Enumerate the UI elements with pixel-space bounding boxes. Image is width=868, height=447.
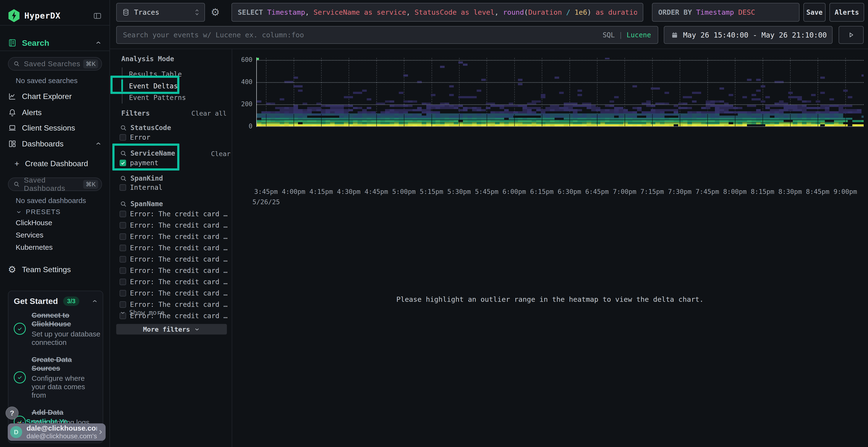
checkbox-unchecked[interactable] [120,134,126,141]
checkbox-unchecked[interactable] [120,211,126,217]
checkbox-unchecked[interactable] [120,290,126,297]
checkbox-unchecked[interactable] [120,267,126,274]
checkbox-unchecked[interactable] [120,256,126,263]
mode-event-patterns[interactable]: Event Patterns [129,94,186,102]
filter-group-name: StatusCode [130,124,171,132]
checkbox-unchecked[interactable] [120,301,126,308]
checkbox-unchecked[interactable] [120,245,126,251]
select-clause-input[interactable]: SELECT Timestamp, ServiceName as service… [231,3,643,22]
run-query-button[interactable] [839,26,864,44]
help-button[interactable]: ? [5,407,19,419]
get-started-item[interactable]: Connect to ClickHouse Set up your databa… [14,311,100,347]
filter-option-spanname[interactable]: Error: The credit card … [120,267,227,275]
saved-searches-placeholder: Saved Searches [24,60,80,68]
language-sql-button[interactable]: SQL [602,31,615,39]
order-by-input[interactable]: ORDER BY Timestamp DESC [652,3,800,22]
save-button[interactable]: Save [803,3,826,22]
show-more-button[interactable]: Show more [120,309,164,316]
source-settings-gear-icon[interactable]: ⚙ [211,7,220,18]
filter-option-spanname[interactable]: Error: The credit card … [120,255,227,263]
language-lucene-button[interactable]: Lucene [627,31,651,39]
get-started-item[interactable]: Create Data Sources Configure where your… [14,355,100,399]
chart-explorer-icon [8,92,17,101]
checkbox-unchecked[interactable] [120,233,126,240]
sql-token: , [406,8,414,16]
mode-event-deltas[interactable]: Event Deltas [129,82,178,90]
filter-group-spankind: SpanKind [120,174,163,182]
filter-option-label: Error: The credit card … [130,289,227,297]
sql-token: Duration [528,8,562,16]
preset-item[interactable]: Kubernetes [16,243,53,251]
presets-label: PRESETS [26,208,61,216]
whats-new-teaser-text: Spotlight Yo [26,418,68,423]
filter-option-spanname[interactable]: Error: The credit card … [120,244,227,252]
sql-token: ServiceName as service [313,8,406,16]
create-dashboard-button[interactable]: + Create Dashboard [14,159,88,168]
magnifier-icon[interactable] [120,200,127,208]
filter-group-servicename: ServiceName [120,149,175,157]
sidebar-item-team-settings[interactable]: ⚙ Team Settings [8,265,71,274]
saved-searches-input[interactable]: Saved Searches ⌘K [8,57,102,71]
sidebar-item-search[interactable]: Search [8,36,102,50]
date-range-picker[interactable]: May 26 15:40:00 - May 26 21:10:00 [664,26,833,44]
checkbox-unchecked[interactable] [120,184,126,191]
clear-all-button[interactable]: Clear all [189,110,227,117]
magnifier-icon[interactable] [120,175,127,182]
event-search-input[interactable]: Search your events w/ Lucene ex. column:… [116,26,658,44]
presets-toggle[interactable]: PRESETS [16,208,61,216]
filter-option-spanname[interactable]: Error: The credit card … [120,289,227,297]
filter-option-spanname[interactable]: Error: The credit card … [120,210,227,218]
filter-option-error[interactable]: Error [120,133,150,141]
get-started-header[interactable]: Get Started 3/3 [14,297,98,306]
sidebar-item-dashboards[interactable]: Dashboards [8,138,102,150]
event-search-placeholder: Search your events w/ Lucene ex. column:… [123,31,304,39]
clear-servicename-button[interactable]: Clear [211,150,230,158]
more-filters-button[interactable]: More filters [116,324,227,335]
filter-option-spanname[interactable]: Error: The credit card … [120,233,227,241]
user-subtitle: dale@clickhouse.com's [27,432,97,440]
mode-results-table[interactable]: Results Table [129,70,182,78]
checkbox-checked[interactable] [120,160,126,166]
y-tick-label: 400 [225,78,252,85]
source-select[interactable]: Traces [116,3,205,22]
sidebar-item-client-sessions[interactable]: Client Sessions [8,122,102,134]
sidebar-item-chart-explorer[interactable]: Chart Explorer [8,91,102,102]
filter-option-internal[interactable]: Internal [120,183,162,192]
filter-option-label: Error: The credit card … [130,267,227,275]
date-range-value: May 26 15:40:00 - May 26 21:10:00 [683,31,827,39]
y-tick-label: 600 [225,56,252,63]
magnifier-icon[interactable] [120,150,127,157]
checkbox-unchecked[interactable] [120,222,126,229]
saved-dashboards-input[interactable]: Saved Dashboards ⌘K [8,177,102,191]
delta-chart-placeholder: Please highlight an outlier range in the… [232,152,868,447]
filter-group-statuscode: StatusCode [120,124,171,132]
sql-token: 1e6 [575,8,587,16]
filter-option-spanname[interactable]: Error: The credit card … [120,301,227,309]
y-gridline [257,82,864,83]
user-email: dale@clickhouse.com [27,424,97,432]
filter-option-label: Error: The credit card … [130,278,227,286]
sidebar-collapse-icon[interactable] [93,11,102,20]
language-separator: | [619,31,623,39]
sidebar-item-alerts[interactable]: Alerts [8,107,102,118]
preset-item[interactable]: Services [16,231,53,239]
filter-option-spanname[interactable]: Error: The credit card … [120,221,227,229]
chevron-up-icon[interactable] [95,140,102,147]
search-section-divider [0,50,110,51]
whats-new-teaser: Spotlight Yo [17,418,89,423]
preset-item[interactable]: ClickHouse [16,219,53,227]
get-started-badge: 3/3 [63,297,79,306]
y-gridline [257,104,864,105]
filter-option-payment[interactable]: payment [120,159,158,167]
filter-option-spanname[interactable]: Error: The credit card … [120,278,227,286]
magnifier-icon[interactable] [120,124,127,132]
user-menu[interactable]: D dale@clickhouse.com dale@clickhouse.co… [8,423,105,441]
alerts-button[interactable]: Alerts [830,3,864,22]
saved-dashboards-placeholder: Saved Dashboards [24,176,83,193]
analysis-mode-active-bar [121,79,123,92]
checkbox-unchecked[interactable] [120,279,126,285]
chevron-up-icon[interactable] [91,298,98,305]
latency-heatmap-canvas[interactable] [257,58,864,127]
chevron-up-icon[interactable] [95,39,102,46]
y-gridline [257,60,864,61]
